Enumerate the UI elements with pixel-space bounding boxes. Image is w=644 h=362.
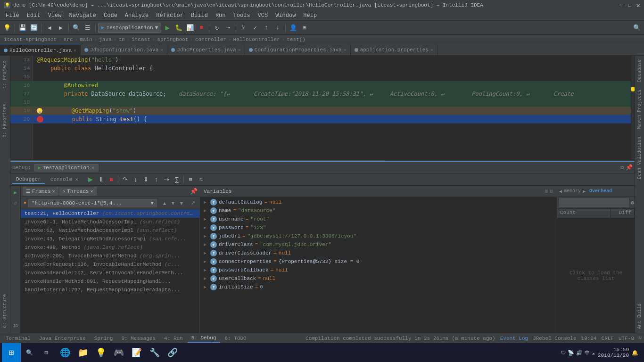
taskbar-tool2-icon[interactable]: 🔗 <box>164 344 181 361</box>
taskbar-notes-icon[interactable]: 📝 <box>128 344 145 361</box>
bc-main[interactable]: main <box>80 37 92 42</box>
notification-icon[interactable]: 🔔 <box>632 350 638 356</box>
thread-down-btn[interactable]: ▼ <box>169 199 177 207</box>
debugger-tab[interactable]: Debugger <box>12 175 45 184</box>
stop-btn[interactable]: ■ <box>107 175 116 184</box>
encoding[interactable]: UTF-8 <box>619 336 634 341</box>
network-icon[interactable]: 📡 <box>568 350 574 356</box>
tab-debug[interactable]: 5: Debug <box>188 334 220 343</box>
frame-5[interactable]: doInvoke:209, InvocableHandlerMethod (or… <box>21 252 199 260</box>
force-step-into-btn[interactable]: ⇓ <box>141 175 150 184</box>
tab-run[interactable]: 4: Run <box>160 335 187 342</box>
search-everywhere-btn[interactable]: 🔍 <box>632 23 642 33</box>
debug-testapp-tab[interactable]: ▶ TestApplication ✕ <box>34 164 99 172</box>
thread-dropdown[interactable]: *http-nio-8080-exec-1*@5,4... ▼ <box>28 199 157 207</box>
menu-edit[interactable]: Edit <box>23 11 44 20</box>
sync-btn[interactable]: 🔄 <box>29 23 39 33</box>
commit-btn[interactable]: ✓ <box>250 23 260 33</box>
frame-8[interactable]: invokeHandlerMethod:891, RequestMappingH… <box>21 277 199 286</box>
profile-btn[interactable]: 👤 <box>288 23 298 33</box>
bc-controller[interactable]: controller <box>195 37 226 42</box>
memory-nav-left[interactable]: ◀ <box>559 189 562 194</box>
frame-4[interactable]: invoke:498, Method (java.lang.reflect) <box>21 243 199 252</box>
console-tab[interactable]: Console ✕ <box>47 175 82 183</box>
bc-java[interactable]: java <box>99 37 111 42</box>
memory-nav-right[interactable]: ▶ <box>583 189 586 194</box>
menu-build[interactable]: Build <box>187 11 212 20</box>
bc-itcast[interactable]: itcast <box>132 37 150 42</box>
memory-settings-icon[interactable]: ⚙ <box>631 199 634 206</box>
restart-side-btn[interactable]: ↺ <box>11 198 20 207</box>
git-icon[interactable]: ⑂ <box>639 336 642 341</box>
maximize-btn[interactable]: ☐ <box>628 1 631 9</box>
tab-todo[interactable]: 6: TODO <box>221 335 250 342</box>
minimize-btn[interactable]: ─ <box>619 1 623 9</box>
variables-expand-icon[interactable]: ⊞ <box>545 188 548 194</box>
resume-btn[interactable]: ▶ <box>86 175 95 184</box>
step-over-btn[interactable]: ↷ <box>120 175 130 184</box>
tab-close-btn2[interactable]: ✕ <box>160 47 163 53</box>
back-btn[interactable]: ◀ <box>44 23 55 33</box>
update-btn[interactable]: ↻ <box>212 23 222 33</box>
toolbar-icon-1[interactable]: 💡 <box>2 23 12 33</box>
git-btn[interactable]: ⑂ <box>239 23 249 33</box>
stop-btn[interactable]: ■ <box>196 23 206 33</box>
start-button[interactable]: ⊞ <box>2 343 21 362</box>
tab-close-btn3[interactable]: ✕ <box>238 47 241 53</box>
menu-analyze[interactable]: Analyze <box>121 11 152 20</box>
forward-btn[interactable]: ▶ <box>56 23 66 33</box>
push-btn[interactable]: ↑ <box>261 23 272 33</box>
bc-cn[interactable]: cn <box>118 37 124 42</box>
jrebel-link[interactable]: JRebel Console <box>533 336 576 341</box>
debug-btn[interactable]: 🐛 <box>173 23 184 33</box>
menu-code[interactable]: Code <box>100 11 121 20</box>
menu-navigate[interactable]: Navigate <box>65 11 100 20</box>
thread-up-btn[interactable]: ▲ <box>161 199 168 207</box>
tab-messages[interactable]: 0: Messages <box>117 335 159 342</box>
right-tab-maven[interactable]: Maven Projects <box>636 86 643 133</box>
var-driverclassloader[interactable]: ▶ f driverClassLoader = null <box>200 249 557 257</box>
task-view-btn[interactable]: ⊟ <box>38 344 55 361</box>
frames-tab[interactable]: ☰ Frames ✕ <box>23 187 58 196</box>
tab-close-btn4[interactable]: ✕ <box>344 47 347 53</box>
panel-pin-btn[interactable]: 📌 <box>190 188 198 195</box>
frame-6[interactable]: invokeForRequest:136, InvocableHandlerMe… <box>21 260 199 269</box>
taskbar-explorer-icon[interactable]: 📁 <box>74 344 91 361</box>
keyboard-icon[interactable]: 中 <box>585 349 590 356</box>
menu-view[interactable]: View <box>44 11 66 20</box>
taskbar-clock[interactable]: 15:59 2018/11/20 <box>598 347 629 358</box>
tab-terminal[interactable]: Terminal <box>2 335 34 342</box>
weather-icon[interactable]: ☁ <box>592 350 595 356</box>
terminal-btn[interactable]: ⊞ <box>299 23 310 33</box>
export-threads-btn[interactable]: ↗ <box>189 199 197 207</box>
taskbar-game-icon[interactable]: 🎮 <box>110 344 127 361</box>
resume-side-btn[interactable]: ▶ <box>11 188 20 197</box>
menu-tools[interactable]: Tools <box>230 11 254 20</box>
tab-hellocontroller[interactable]: HelloController.java ✕ <box>0 45 81 55</box>
run-button[interactable]: ▶ <box>162 23 173 33</box>
menu-vcs[interactable]: VCS <box>254 11 272 20</box>
var-username[interactable]: ▶ f username = "root" <box>200 215 557 223</box>
variables-collapse-icon[interactable]: ⊟ <box>550 188 553 194</box>
tab-close-btn[interactable]: ✕ <box>74 48 76 53</box>
taskbar-browser-icon[interactable]: 🌐 <box>57 344 74 361</box>
sidebar-project-tab[interactable]: 1: Project <box>1 58 8 91</box>
bc-method[interactable]: test() <box>287 37 305 42</box>
menu-file[interactable]: File <box>2 11 23 20</box>
event-log-link[interactable]: Event Log <box>500 336 528 341</box>
var-driverclass[interactable]: ▶ f driverClass = "com.mysql.jdbc.Driver… <box>200 240 557 249</box>
breakpoint-icon[interactable] <box>37 116 43 123</box>
trace-btn[interactable]: ≡ <box>186 175 195 184</box>
more-btn[interactable]: ⋯ <box>223 23 233 33</box>
tab-spring[interactable]: Spring <box>91 335 117 342</box>
volume-icon[interactable]: 🔊 <box>576 350 583 356</box>
var-initialsize[interactable]: ▶ f initialSize = 0 <box>200 283 557 291</box>
variables-list[interactable]: ▶ f defaultCatalog = null ▶ f name <box>200 197 557 333</box>
debug-settings-icon[interactable]: ⚙ <box>620 164 624 171</box>
var-defaultcatalog[interactable]: ▶ f defaultCatalog = null <box>200 198 557 206</box>
sidebar-favorites-tab[interactable]: 2: Favorites <box>1 101 8 140</box>
debug-tab-close[interactable]: ✕ <box>91 165 94 171</box>
taskbar-tool1-icon[interactable]: 🔧 <box>146 344 163 361</box>
scroll-indicator[interactable] <box>631 56 635 159</box>
menu-window[interactable]: Window <box>272 11 299 20</box>
